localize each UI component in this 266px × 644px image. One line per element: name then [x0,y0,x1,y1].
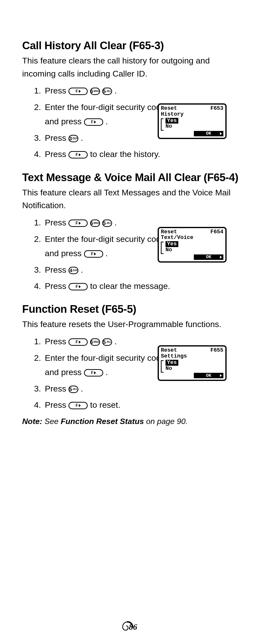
note-text: See [42,417,61,426]
key-5: 5JKL [102,88,112,95]
key-digit: 5 [103,340,106,344]
arrow-right-icon [79,222,81,225]
lcd-line2: Settings [161,354,223,359]
step-text: . [105,368,108,377]
arrow-right-icon [79,285,81,288]
arrow-right-icon [220,132,222,135]
step-text: Enter the four-digit security code and p… [45,353,165,377]
step-3: Press 4GHI . [43,262,244,277]
step-text: to clear the history. [90,149,160,159]
lcd-ok-bar: OK [194,131,223,136]
lcd-line2: History [161,112,223,118]
step-text: Press [45,133,69,142]
key-6: 6MNO [90,88,100,95]
key-digit: 6 [90,340,93,344]
key-sub: JKL [106,341,111,343]
step-text: . [81,265,83,274]
key-label: F [76,153,79,157]
lcd-no: No [165,124,178,130]
key-label: F [76,221,79,225]
lcd-call-history: Reset F653 History Yes No OK [158,103,227,139]
step-text: Press [45,400,69,410]
key-label: F [76,89,79,93]
f-key: F [84,250,103,258]
intro-call-history: This feature clears the call history for… [22,54,244,80]
f-key: F [69,338,88,346]
heading-call-history: Call History All Clear (F65-3) [22,39,244,52]
section-call-history: Reset F653 History Yes No OK Call Histor… [22,39,244,162]
key-6: 6MNO [90,338,100,346]
note-prefix: Note: [22,417,42,426]
step-4: Press F to clear the message. [43,279,244,293]
step-text: Press [45,337,69,346]
step-text: . [81,384,83,393]
key-label: F [76,340,79,344]
f-key: F [69,220,88,227]
step-text: Press [45,149,69,159]
section-text-voice: Reset F654 Text/Voice Yes No OK Text Mes… [22,171,244,293]
note-ref: Function Reset Status [61,417,144,426]
step-text: . [81,133,83,142]
key-sub: MNO [93,222,100,224]
lcd-code: F655 [210,348,223,354]
key-5: 5JKL [69,386,78,393]
lcd-reset-label: Reset [161,348,177,354]
key-sub: MNO [93,341,100,343]
lcd-line2: Text/Voice [161,235,223,241]
lcd-ok-text: OK [206,373,211,378]
step-text: . [115,337,117,346]
arrow-right-icon [79,90,81,93]
f-key: F [84,118,103,126]
arrow-right-icon [79,404,81,407]
step-text: to clear the message. [90,281,170,290]
key-label: F [91,252,94,256]
lcd-reset-label: Reset [161,229,177,235]
lcd-options: Yes No [161,241,223,255]
lcd-options: Yes No [161,118,223,132]
key-digit: 3 [69,136,72,141]
key-digit: 4 [70,268,72,273]
arrow-right-icon [220,256,222,259]
bracket-icon [161,360,164,372]
lcd-yes: Yes [165,241,178,247]
key-label: F [76,404,79,408]
arrow-right-icon [220,374,222,377]
arrow-right-icon [79,153,81,156]
step-text: . [105,117,108,126]
arrow-right-icon [79,340,81,344]
f-key: F [69,151,88,158]
key-sub: DEF [72,137,78,140]
key-label: F [91,120,94,124]
bracket-icon [161,242,164,254]
lcd-ok-text: OK [206,255,211,259]
lcd-text-voice: Reset F654 Text/Voice Yes No OK [158,227,227,262]
lcd-yes: Yes [165,118,178,124]
lcd-ok-bar: OK [194,373,223,378]
step-3: Press 5JKL . [43,382,244,396]
heading-text-voice: Text Message & Voice Mail All Clear (F65… [22,171,244,184]
lcd-ok-text: OK [206,131,211,136]
lcd-code: F654 [210,229,223,235]
note-text2: on page 90. [144,417,188,426]
step-text: to reset. [90,400,120,410]
key-sub: GHI [72,269,77,272]
key-3: 3DEF [69,135,78,142]
key-6: 6MNO [90,220,100,227]
lcd-function-reset: Reset F655 Settings Yes No OK [158,345,227,381]
step-text: Press [45,218,69,227]
step-text: . [115,86,117,95]
step-text: . [115,218,117,227]
lcd-ok-bar: OK [194,254,223,260]
step-text: Enter the four-digit security code and p… [45,234,165,258]
key-digit: 6 [90,221,93,226]
key-5: 5JKL [102,338,112,346]
key-sub: JKL [72,388,78,390]
f-key: F [69,402,88,409]
key-sub: MNO [93,90,100,92]
intro-text-voice: This feature clears all Text Messages an… [22,186,244,212]
f-key: F [84,369,103,376]
lcd-reset-label: Reset [161,106,177,112]
lcd-no: No [165,247,178,253]
lcd-no: No [165,366,178,372]
arrow-right-icon [94,120,96,124]
